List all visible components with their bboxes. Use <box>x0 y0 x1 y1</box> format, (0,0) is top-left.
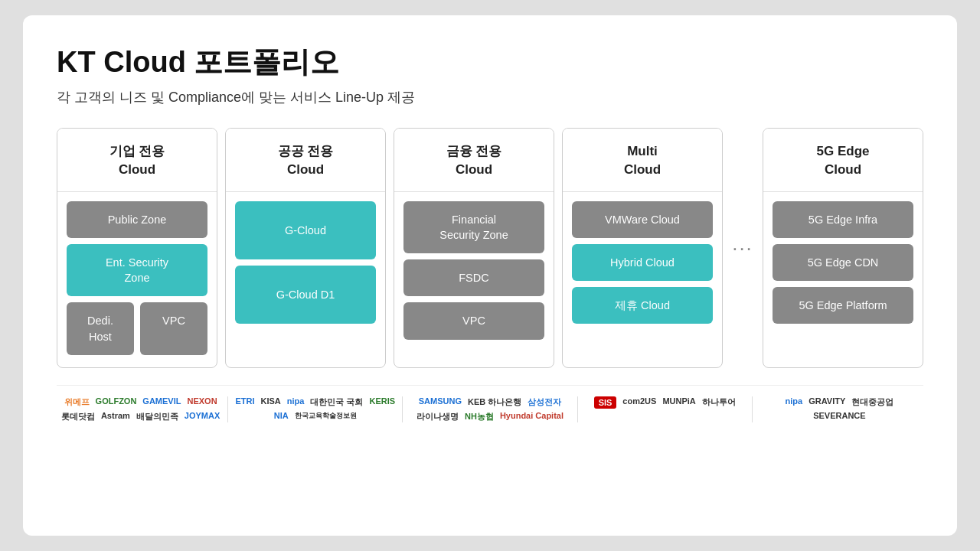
fsdc: FSDC <box>403 259 544 296</box>
col4-header: Multi Cloud <box>563 129 722 192</box>
logo-group-2-inner: ETRI KISA nipa 대한민국 국회 KERIS NIA 한국교육학술정… <box>234 396 396 421</box>
logo-hana-tour: 하나투어 <box>702 396 736 409</box>
logo-kisa: KISA <box>261 396 281 408</box>
col5-body: 5G Edge Infra 5G Edge CDN 5G Edge Platfo… <box>763 192 923 367</box>
logo-nh: NH농협 <box>465 411 494 422</box>
logo-astram: Astram <box>101 411 130 422</box>
logo-etri: ETRI <box>235 396 254 408</box>
logo-gamevil: GAMEVIL <box>142 396 181 408</box>
sep-1 <box>227 396 228 422</box>
more-dots: ··· <box>730 128 755 368</box>
logo-group-3-inner: SAMSUNG KEB 하나은행 삼성전자 라이나생명 NH농협 Hyundai… <box>409 396 570 422</box>
logo-com2us: com2US <box>622 396 656 409</box>
logo-nipa: nipa <box>287 396 305 408</box>
logo-sis: SIS <box>594 396 617 409</box>
sep-4 <box>752 396 753 422</box>
sep-3 <box>577 396 578 422</box>
column-2: 공공 전용 Cloud G-Cloud G-Cloud D1 <box>225 128 386 368</box>
5g-edge-infra: 5G Edge Infra <box>773 201 913 238</box>
vpc-col1: VPC <box>140 302 207 355</box>
logo-group-4-inner: SIS com2US MUNPiA 하나투어 <box>594 396 736 409</box>
logo-group-1: 위메프 GOLFZON GAMEVIL NEXON 롯데닷컴 Astram 배달… <box>57 396 224 422</box>
page-title: KT Cloud 포트폴리오 <box>57 43 923 82</box>
column-4: Multi Cloud VMWare Cloud Hybrid Cloud 제휴… <box>562 128 723 368</box>
dedi-host: Dedi.Host <box>67 302 134 355</box>
5g-edge-platform: 5G Edge Platform <box>773 287 913 324</box>
logo-nipa2: nipa <box>786 396 803 408</box>
5g-edge-cdn: 5G Edge CDN <box>773 244 913 281</box>
jehu-cloud: 제휴 Cloud <box>572 287 713 324</box>
logo-lotte: 롯데닷컴 <box>61 411 95 422</box>
logo-keris-full: 한국교육학술정보원 <box>295 411 357 421</box>
logo-samsung: SAMSUNG <box>419 396 462 408</box>
logo-group-2: ETRI KISA nipa 대한민국 국회 KERIS NIA 한국교육학술정… <box>231 396 399 422</box>
logo-assembly: 대한민국 국회 <box>310 396 363 408</box>
col2-body: G-Cloud G-Cloud D1 <box>226 192 385 367</box>
hybrid-cloud: Hybrid Cloud <box>572 244 713 281</box>
logo-group-4: SIS com2US MUNPiA 하나투어 <box>581 396 749 422</box>
logo-hyundai-cap: Hyundai Capital <box>500 411 564 422</box>
sep-2 <box>402 396 403 422</box>
logo-wiemep: 위메프 <box>64 396 90 408</box>
logos-section: 위메프 GOLFZON GAMEVIL NEXON 롯데닷컴 Astram 배달… <box>57 385 923 422</box>
col3-header: 금융 전용 Cloud <box>394 129 554 192</box>
logo-group-5: nipa GRAVITY 현대중공업 SEVERANCE <box>756 396 923 422</box>
columns-wrapper: 기업 전용 Cloud Public Zone Ent. SecurityZon… <box>57 128 923 368</box>
col4-body: VMWare Cloud Hybrid Cloud 제휴 Cloud <box>563 192 722 367</box>
logo-lina: 라이나생명 <box>416 411 459 422</box>
col3-body: FinancialSecurity Zone FSDC VPC <box>394 192 554 367</box>
public-zone: Public Zone <box>67 201 207 238</box>
logo-gravity: GRAVITY <box>808 396 845 408</box>
ent-security-zone: Ent. SecurityZone <box>67 244 207 297</box>
logo-keris: KERIS <box>370 396 396 408</box>
col5-header: 5G Edge Cloud <box>763 129 923 192</box>
logo-group-3: SAMSUNG KEB 하나은행 삼성전자 라이나생명 NH농협 Hyundai… <box>406 396 573 422</box>
logo-samsung-elec: 삼성전자 <box>528 396 561 408</box>
financial-security-zone: FinancialSecurity Zone <box>403 201 544 254</box>
column-5: 5G Edge Cloud 5G Edge Infra 5G Edge CDN … <box>763 128 923 368</box>
vpc-col3: VPC <box>403 302 544 339</box>
col1-row-two: Dedi.Host VPC <box>67 302 207 355</box>
logo-golfzon: GOLFZON <box>96 396 137 408</box>
col1-header: 기업 전용 Cloud <box>57 129 217 192</box>
logo-group-1-inner: 위메프 GOLFZON GAMEVIL NEXON 롯데닷컴 Astram 배달… <box>60 396 221 422</box>
logo-hyundai-heavy: 현대중공업 <box>851 396 893 408</box>
page-subtitle: 각 고객의 니즈 및 Compliance에 맞는 서비스 Line-Up 제공 <box>57 88 923 106</box>
logo-group-5-inner: nipa GRAVITY 현대중공업 SEVERANCE <box>759 396 920 420</box>
vmware-cloud: VMWare Cloud <box>572 201 713 238</box>
g-cloud: G-Cloud <box>235 201 376 259</box>
col2-header: 공공 전용 Cloud <box>226 129 385 192</box>
logo-nexon: NEXON <box>187 396 217 408</box>
g-cloud-d1: G-Cloud D1 <box>235 266 376 324</box>
logo-nia: NIA <box>274 411 289 421</box>
column-3: 금융 전용 Cloud FinancialSecurity Zone FSDC … <box>394 128 554 368</box>
column-1: 기업 전용 Cloud Public Zone Ent. SecurityZon… <box>57 128 217 368</box>
logo-baedal: 배달의민족 <box>136 411 178 422</box>
col1-body: Public Zone Ent. SecurityZone Dedi.Host … <box>57 192 217 367</box>
logo-keb: KEB 하나은행 <box>468 396 521 408</box>
logo-severance: SEVERANCE <box>813 411 865 420</box>
slide: KT Cloud 포트폴리오 각 고객의 니즈 및 Compliance에 맞는… <box>23 15 957 536</box>
logo-munpia: MUNPiA <box>662 396 695 409</box>
logo-joymax: JOYMAX <box>185 411 220 422</box>
